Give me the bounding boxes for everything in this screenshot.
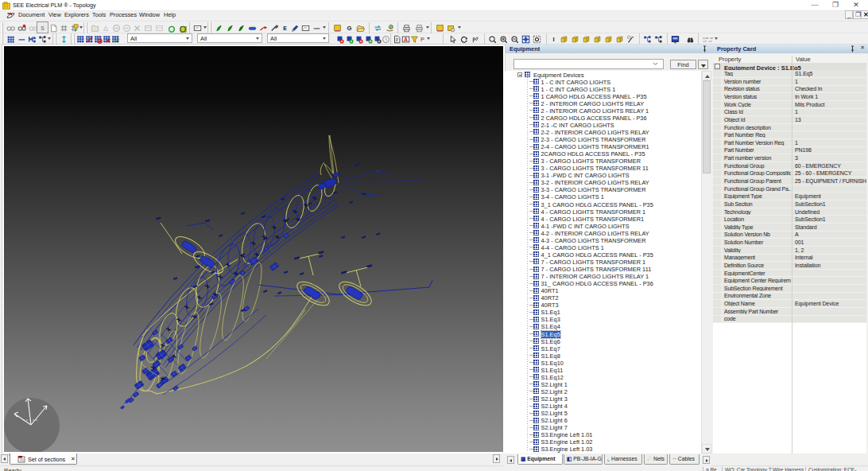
svg-text:LH 26: LH 26 xyxy=(703,40,711,43)
svg-text:123 456: 123 456 xyxy=(703,37,712,40)
svg-text:E: E xyxy=(283,25,287,31)
svg-text:G: G xyxy=(347,25,352,32)
svg-text:S: S xyxy=(41,25,45,31)
svg-text:I: I xyxy=(552,36,554,43)
svg-text:A: A xyxy=(404,37,408,42)
svg-text:P: P xyxy=(420,36,424,43)
